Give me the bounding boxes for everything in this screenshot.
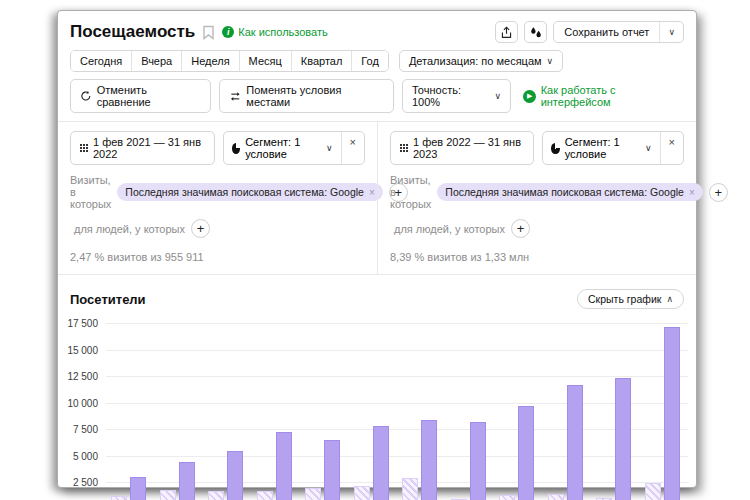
report-header: Посещаемость i Как использовать (58, 11, 696, 47)
tab-quarter[interactable]: Квартал (292, 51, 353, 71)
hide-chart-button[interactable]: Скрыть график ∧ (577, 289, 684, 309)
bar-compare-Ноя[interactable] (548, 494, 564, 500)
how-to-use-link[interactable]: i Как использовать (222, 26, 327, 38)
bar-current-Апр[interactable] (227, 451, 243, 500)
segment-remove-button-b[interactable]: × (660, 132, 683, 164)
accuracy-dropdown[interactable]: Точность: 100% ∨ (402, 79, 511, 113)
bar-compare-Янв[interactable] (645, 483, 661, 500)
visitors-bar-chart: 17 50015 00012 50010 0007 5005 0002 5000… (58, 317, 696, 500)
swap-conditions-label: Поменять условия местами (246, 84, 384, 108)
bar-group-Фев (106, 323, 155, 500)
chip-remove-icon[interactable]: × (689, 187, 695, 198)
play-circle-icon: ▶ (523, 90, 536, 103)
people-condition-label-b: для людей, у которых (394, 223, 505, 235)
bar-current-Дек[interactable] (615, 378, 631, 500)
bar-current-Окт[interactable] (518, 406, 534, 500)
interface-help-label: Как работать с интерфейсом (541, 84, 684, 108)
bookmark-icon[interactable] (202, 25, 215, 40)
bar-group-Мар (155, 323, 204, 500)
chip-remove-icon[interactable]: × (369, 187, 375, 198)
y-tick-label: 2 500 (73, 477, 98, 488)
bar-current-Авг[interactable] (421, 420, 437, 500)
tab-today[interactable]: Сегодня (71, 51, 132, 71)
segment-dropdown-a[interactable]: Сегмент: 1 условие ∨ (224, 132, 341, 164)
bar-compare-Июл[interactable] (354, 486, 370, 500)
bar-current-Сен[interactable] (470, 422, 486, 500)
save-report-button[interactable]: Сохранить отчет (554, 22, 659, 42)
date-range-label-a: 1 фев 2021 — 31 янв 2022 (93, 136, 205, 160)
chevron-down-icon: ∨ (494, 91, 501, 101)
segment-stats-b: 8,39 % визитов из 1,33 млн (390, 251, 684, 263)
segment-stats-a: 2,47 % визитов из 955 911 (70, 251, 365, 263)
add-people-condition-button-b[interactable]: + (511, 219, 530, 238)
segment-pie-icon (551, 143, 559, 154)
bar-group-Июл (349, 323, 398, 500)
condition-chip-b[interactable]: Последняя значимая поисковая система: Go… (437, 183, 702, 201)
tab-month[interactable]: Месяц (240, 51, 292, 71)
bar-current-Мар[interactable] (179, 462, 195, 500)
bar-compare-Мар[interactable] (160, 490, 176, 500)
hide-chart-label: Скрыть график (588, 293, 661, 305)
chart-y-axis: 17 50015 00012 50010 0007 5005 0002 5000 (58, 323, 106, 500)
y-tick-label: 5 000 (73, 450, 98, 461)
date-range-button-a[interactable]: 1 фев 2021 — 31 янв 2022 (70, 131, 215, 165)
detail-dropdown[interactable]: Детализация: по месяцам ∨ (399, 50, 563, 72)
y-tick-label: 7 500 (73, 424, 98, 435)
segment-dropdown-b[interactable]: Сегмент: 1 условие ∨ (543, 132, 659, 164)
calendar-grid-icon (80, 144, 88, 152)
cancel-compare-label: Отменить сравнение (97, 84, 201, 108)
bar-current-Июн[interactable] (324, 440, 340, 500)
bar-current-Июл[interactable] (373, 426, 389, 500)
tab-yesterday[interactable]: Вчера (132, 51, 182, 71)
add-visit-condition-button-b[interactable]: + (709, 183, 728, 202)
chevron-down-icon: ∨ (645, 143, 652, 153)
chevron-down-icon: ∨ (326, 143, 333, 153)
chart-title: Посетители (70, 292, 146, 307)
y-tick-label: 15 000 (67, 344, 98, 355)
bar-compare-Окт[interactable] (499, 495, 515, 500)
bar-current-Фев[interactable] (130, 477, 146, 500)
y-tick-label: 17 500 (67, 318, 98, 329)
swap-conditions-button[interactable]: Поменять условия местами (219, 79, 394, 113)
save-report-chevron-down-icon[interactable]: ∨ (659, 22, 683, 42)
tab-year[interactable]: Год (352, 51, 388, 71)
chevron-down-icon: ∨ (547, 56, 554, 66)
cancel-compare-button[interactable]: Отменить сравнение (70, 79, 211, 113)
bar-series-container (106, 323, 688, 500)
segment-control-a: Сегмент: 1 условие ∨ × (223, 131, 365, 165)
bar-group-Апр (203, 323, 252, 500)
save-report-split-button: Сохранить отчет ∨ (553, 21, 684, 43)
bar-current-Май[interactable] (276, 432, 292, 500)
bar-current-Янв[interactable] (664, 327, 680, 500)
metrika-report-window: Посещаемость i Как использовать (57, 10, 697, 488)
export-button[interactable] (495, 21, 518, 43)
bar-compare-Апр[interactable] (208, 491, 224, 500)
bar-current-Ноя[interactable] (567, 385, 583, 500)
bar-group-Май (252, 323, 301, 500)
date-range-button-b[interactable]: 1 фев 2022 — 31 янв 2023 (390, 131, 534, 165)
condition-chip-text-a: Последняя значимая поисковая система: Go… (125, 186, 364, 198)
people-condition-label-a: для людей, у которых (74, 223, 185, 235)
bar-compare-Авг[interactable] (402, 478, 418, 500)
interface-help-link[interactable]: ▶ Как работать с интерфейсом (523, 84, 684, 108)
segment-remove-button-a[interactable]: × (341, 132, 364, 164)
date-range-label-b: 1 фев 2022 — 31 янв 2023 (413, 136, 524, 160)
bar-group-Окт (494, 323, 543, 500)
tab-week[interactable]: Неделя (182, 51, 239, 71)
drops-icon (529, 26, 543, 39)
sampling-drops-button[interactable] (524, 21, 547, 43)
info-icon: i (222, 26, 234, 38)
chevron-up-icon: ∧ (666, 294, 673, 304)
comparison-panels: 1 фев 2021 — 31 янв 2022 Сегмент: 1 усло… (58, 121, 696, 275)
bar-compare-Июн[interactable] (305, 488, 321, 500)
bar-group-Дек (591, 323, 640, 500)
y-tick-label: 12 500 (67, 371, 98, 382)
period-tab-group: Сегодня Вчера Неделя Месяц Квартал Год (70, 50, 389, 72)
bar-group-Сен (446, 323, 495, 500)
bar-compare-Фев[interactable] (111, 496, 127, 500)
bar-group-Авг (397, 323, 446, 500)
bar-compare-Май[interactable] (257, 491, 273, 500)
condition-chip-a[interactable]: Последняя значимая поисковая система: Go… (117, 183, 382, 201)
add-people-condition-button-a[interactable]: + (191, 219, 210, 238)
visits-condition-label-a: Визиты, в которых (70, 174, 111, 210)
